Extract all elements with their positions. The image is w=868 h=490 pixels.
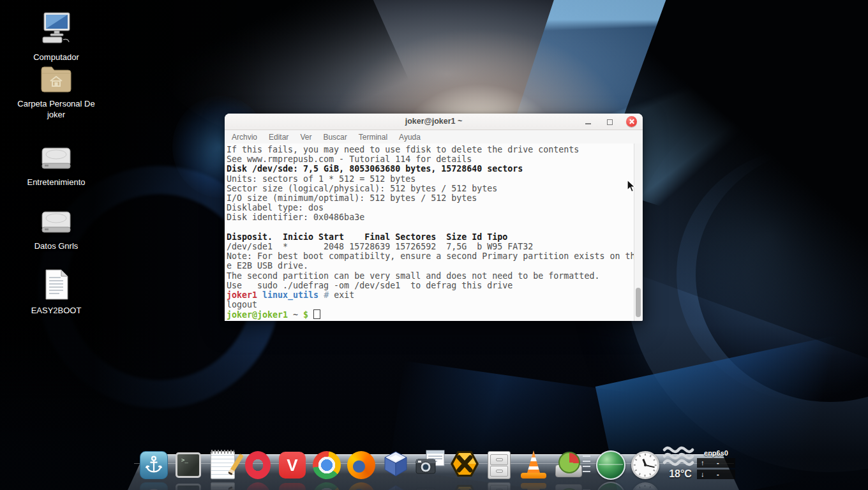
menu-terminal[interactable]: Terminal <box>353 133 393 142</box>
drawer-top <box>490 454 508 465</box>
download-arrow-icon: ↓ <box>701 470 705 479</box>
menu-ayuda[interactable]: Ayuda <box>393 133 426 142</box>
vivaldi-icon: V <box>279 452 306 479</box>
menu-editar[interactable]: Editar <box>263 133 294 142</box>
dock-item-hexchat[interactable] <box>449 450 480 480</box>
desktop-icon-label: Computador <box>8 52 104 63</box>
file-cabinet-icon <box>488 451 511 479</box>
disk-usage-icon <box>553 450 583 480</box>
minimize-icon <box>585 123 591 124</box>
maximize-button[interactable] <box>600 114 619 130</box>
firefox-icon <box>347 451 375 479</box>
terminal-line: Use sudo ./udefrag -om /dev/sde1 to defr… <box>227 281 634 290</box>
terminal-line: The second partition can be very small a… <box>227 271 634 281</box>
radar-scanline <box>599 464 623 465</box>
terminal-line: I/O size (minimum/optimal): 512 bytes / … <box>227 193 634 203</box>
menu-ver[interactable]: Ver <box>294 133 317 142</box>
desktop-icon-label: Entretenimiento <box>8 177 104 188</box>
dock-item-network-monitor[interactable] <box>595 450 626 480</box>
computer-icon <box>38 11 75 47</box>
virtualbox-icon <box>381 449 410 481</box>
hard-drive-icon <box>40 144 73 172</box>
terminal-line: If this fails, you may need to use fdisk… <box>227 145 634 154</box>
desktop-icon-entretenimiento[interactable]: Entretenimiento <box>8 144 104 188</box>
dock-item-text-editor[interactable] <box>207 450 238 480</box>
dock-item-terminal[interactable]: >_ <box>173 450 204 480</box>
opera-icon <box>245 451 271 479</box>
minimize-button[interactable] <box>579 114 598 130</box>
dock-item-docky-anchor[interactable] <box>138 450 169 480</box>
terminal-window: joker@joker1 ~ Archvio Editar Ver Buscar… <box>225 114 643 321</box>
terminal-output: If this fails, you may need to use fdisk… <box>225 144 634 321</box>
terminal-line <box>227 223 634 232</box>
vlc-cone-icon <box>520 450 548 480</box>
cone <box>522 450 545 475</box>
terminal-line: joker@joker1 ~ $ <box>227 309 634 320</box>
hexchat-icon <box>449 450 480 480</box>
desktop: Computador Carpeta Personal De joker Ent… <box>0 0 868 490</box>
dock-item-vlc[interactable] <box>518 450 549 480</box>
desktop-icon-datos-gnrls[interactable]: Datos Gnrls <box>8 208 104 251</box>
terminal-line: Disposit. Inicio Start Final Sectores Si… <box>227 232 634 242</box>
mouse-cursor <box>627 179 637 193</box>
dock-item-opera[interactable] <box>243 450 273 480</box>
dock-item-virtualbox[interactable] <box>380 450 411 480</box>
drawer-bottom <box>490 466 508 477</box>
terminal-line: Disklabel type: dos <box>227 203 634 212</box>
notepad-spiral <box>211 450 234 454</box>
menu-buscar[interactable]: Buscar <box>317 133 352 142</box>
radar-icon <box>596 450 625 480</box>
upload-arrow-icon: ↑ <box>701 458 705 468</box>
dock-item-clock[interactable] <box>630 450 661 480</box>
document-icon <box>42 269 70 301</box>
close-button[interactable] <box>626 116 637 127</box>
dock-item-weather[interactable]: 18°C <box>661 445 700 480</box>
clock-center <box>644 464 647 466</box>
interface-label: enp6s0 <box>697 449 735 457</box>
terminal-cursor <box>313 309 320 319</box>
dock-item-network-traffic[interactable]: enp6s0 ↑ - ↓ - <box>697 449 735 481</box>
notepad-icon <box>211 451 235 479</box>
terminal-line: Sector size (logical/physical): 512 byte… <box>227 184 634 193</box>
desktop-icon-label: EASY2BOOT <box>8 305 104 316</box>
menu-bar: Archvio Editar Ver Buscar Terminal Ayuda <box>225 130 643 144</box>
download-value: - <box>717 470 719 479</box>
desktop-icon-easy2boot[interactable]: EASY2BOOT <box>8 269 104 316</box>
usage-pie <box>558 452 580 473</box>
dock-item-disk-usage[interactable] <box>553 450 583 480</box>
minute-hand <box>645 464 655 468</box>
terminal-line: Units: sectors of 1 * 512 = 512 bytes <box>227 174 634 184</box>
chrome-icon <box>313 451 341 479</box>
temperature-label: 18°C <box>661 468 700 480</box>
separator-icon <box>583 456 590 475</box>
desktop-icon-label: Carpeta Personal De joker <box>8 98 104 120</box>
desktop-icon-home-folder[interactable]: Carpeta Personal De joker <box>8 64 104 120</box>
terminal-line: /dev/sde1 * 2048 15728639 15726592 7,5G … <box>227 242 634 251</box>
terminal-line: Disk /dev/sde: 7,5 GiB, 8053063680 bytes… <box>227 164 634 174</box>
terminal-line: Disk identifier: 0x0486ba3e <box>227 212 634 222</box>
cone-base <box>521 473 546 479</box>
titlebar[interactable]: joker@joker1 ~ <box>225 114 643 130</box>
dock-item-vivaldi[interactable]: V <box>277 450 308 480</box>
home-folder-icon <box>40 64 73 94</box>
camera-icon <box>415 449 445 481</box>
upload-row: ↑ - <box>697 458 735 468</box>
clock-icon <box>631 451 659 479</box>
scrollbar-track[interactable] <box>634 144 643 321</box>
maximize-icon <box>607 119 613 125</box>
terminal-line: See www.rmprepusb.com - Tutorial 114 for… <box>227 154 634 164</box>
scrollbar-thumb[interactable] <box>636 288 641 317</box>
upload-value: - <box>717 458 719 468</box>
download-row: ↓ - <box>697 470 735 479</box>
dock-item-firefox[interactable] <box>346 450 377 480</box>
terminal-line: joker1 linux_utils # exit <box>227 290 634 300</box>
desktop-icon-computer[interactable]: Computador <box>8 11 104 63</box>
menu-archivo[interactable]: Archvio <box>226 133 263 142</box>
dock-item-chrome[interactable] <box>311 450 342 480</box>
dock-item-screenshot-tool[interactable] <box>415 450 445 480</box>
terminal-line: Note: For best boot compatibilty, ensure… <box>227 251 634 261</box>
dock-item-file-cabinet[interactable] <box>484 450 514 480</box>
dock-separator <box>583 450 590 480</box>
terminal-line: logout <box>227 300 634 309</box>
anchor-icon <box>140 451 168 479</box>
